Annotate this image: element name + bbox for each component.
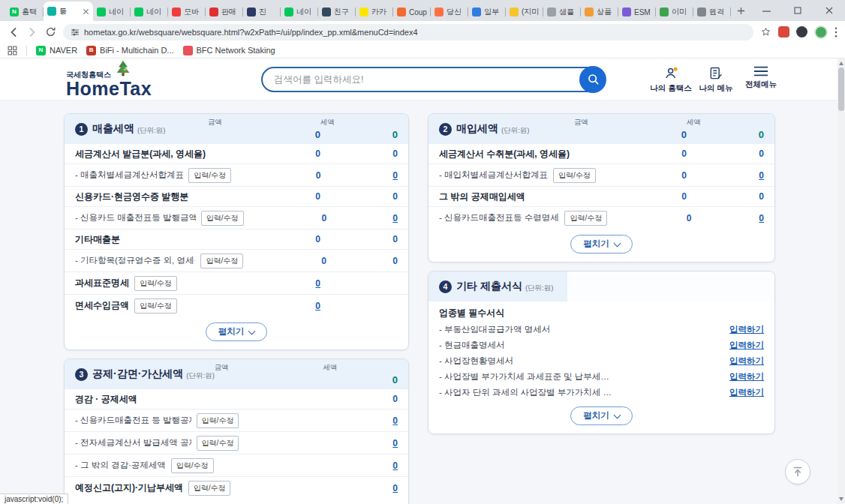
tax-value-link[interactable]: 0 — [324, 438, 398, 448]
enter-link[interactable]: 입력하기 — [729, 340, 764, 351]
expand-button[interactable]: 펼치기 — [206, 322, 268, 341]
enter-link[interactable]: 입력하기 — [729, 356, 764, 367]
extension-icon-1[interactable] — [778, 26, 789, 38]
browser-tab[interactable]: 네이 — [131, 3, 168, 21]
tax-value-link[interactable]: 0 — [320, 460, 398, 471]
tab-label: 등 — [59, 6, 78, 16]
browser-tab[interactable]: 이미 — [656, 3, 693, 21]
my-hometax-button[interactable]: 나의 홈택스 — [653, 65, 689, 94]
site-info-icon[interactable] — [71, 28, 80, 37]
table-row: 면세수입금액입력/수정0 — [65, 294, 408, 316]
bookmark-item[interactable]: BFC Network Staking — [183, 46, 275, 56]
edit-button[interactable]: 입력/수정 — [197, 413, 239, 428]
edit-button[interactable]: 입력/수정 — [564, 211, 607, 226]
search-input[interactable] — [274, 74, 572, 85]
row-label: 세금계산서 수취분(과세, 영세율) — [439, 148, 570, 160]
page-scrollbar[interactable] — [837, 58, 845, 504]
table-row: - 그 밖의 경감·공제세액입력/수정0 — [65, 454, 408, 476]
row-label: 신용카드·현금영수증 발행분 — [75, 190, 188, 203]
back-button[interactable] — [8, 26, 20, 38]
browser-tab[interactable]: 샘플 — [543, 3, 581, 21]
browser-tab[interactable]: 원격 — [693, 3, 731, 21]
edit-button[interactable]: 입력/수정 — [200, 254, 243, 268]
tab-favicon — [660, 8, 669, 16]
panel-header: 3 공제·감면·가산세액 (단위:원) 금액 세액0 — [65, 359, 408, 389]
tax-value-link[interactable]: 0 — [320, 483, 398, 494]
browser-tab[interactable]: (지미 — [506, 3, 543, 21]
url-bar[interactable]: hometax.go.kr/websquare/websquare.html?w… — [63, 24, 753, 40]
browser-tab[interactable]: 일부 — [468, 3, 506, 21]
browser-tab[interactable]: 네이 — [281, 3, 318, 21]
hamburger-icon — [753, 65, 768, 77]
edit-button[interactable]: 입력/수정 — [171, 458, 214, 473]
browser-tab-active[interactable]: 등 — [44, 2, 93, 21]
edit-button[interactable]: 입력/수정 — [197, 436, 239, 451]
my-menu-button[interactable]: 나의 메뉴 — [698, 65, 734, 94]
edit-button[interactable]: 입력/수정 — [188, 168, 231, 183]
tax-value-link[interactable]: 0 — [326, 213, 398, 224]
forward-button[interactable] — [26, 26, 38, 38]
scroll-to-top-button[interactable] — [785, 459, 810, 484]
scrollbar-up-arrow[interactable] — [839, 62, 843, 65]
panel-purchase-tax: 2 매입세액 (단위:원) 금액0 세액0 세금계산서 수취분(과세, 영세율)… — [428, 113, 775, 262]
close-button[interactable] — [813, 0, 845, 21]
tab-close-icon[interactable] — [83, 8, 89, 15]
edit-button[interactable]: 입력/수정 — [134, 298, 177, 314]
enter-link[interactable]: 입력하기 — [729, 387, 764, 398]
browser-tab[interactable]: 모바 — [168, 3, 206, 21]
browser-tab[interactable]: 네이 — [93, 3, 131, 21]
browser-tab[interactable]: 진 — [243, 3, 281, 21]
all-menu-button[interactable]: 전체메뉴 — [743, 65, 779, 94]
browser-tab[interactable]: 판매 — [206, 3, 243, 21]
amount-value-link[interactable]: 0 — [230, 301, 320, 311]
panel-sales-tax: 1 매출세액 (단위:원) 금액0 세액0 세금계산서 발급분(과세, 영세율)… — [64, 113, 409, 350]
browser-tab[interactable]: Coup — [393, 3, 431, 21]
edit-button[interactable]: 입력/수정 — [188, 481, 231, 496]
search-button[interactable] — [579, 66, 606, 93]
scrollbar-thumb[interactable] — [838, 68, 844, 111]
profile-avatar[interactable] — [814, 26, 828, 39]
scrollbar-down-arrow[interactable] — [839, 497, 843, 501]
tax-value-link[interactable]: 0 — [321, 170, 398, 181]
browser-tab[interactable]: ESM — [618, 3, 656, 21]
amount-value-link[interactable]: 0 — [230, 278, 320, 289]
browser-tab[interactable]: N홈택 — [6, 3, 44, 21]
enter-link[interactable]: 입력하기 — [729, 371, 764, 382]
tab-label: 이미 — [672, 7, 690, 17]
panel-unit: (단위:원) — [137, 126, 165, 136]
browser-tab[interactable]: 카카 — [356, 3, 393, 21]
reload-button[interactable] — [45, 26, 56, 38]
browser-menu-icon[interactable] — [834, 27, 837, 38]
table-row: - 매출처별세금계산서합계표입력/수정00 — [65, 164, 408, 186]
tab-strip: N홈택 등 네이 네이 모바 판매 진 네이 친구 카카 Coup 당신 일부 … — [0, 0, 845, 21]
bookmark-star-icon[interactable] — [760, 26, 771, 38]
tab-favicon — [209, 8, 218, 16]
expand-button[interactable]: 펼치기 — [570, 235, 633, 254]
tax-value-link[interactable]: 0 — [687, 170, 764, 181]
new-tab-button[interactable] — [731, 2, 750, 20]
expand-button[interactable]: 펼치기 — [570, 406, 633, 425]
column-label-tax: 세액 — [687, 118, 764, 128]
row-label: - 사업장현황명세서 — [439, 356, 513, 367]
extension-icon-2[interactable] — [796, 26, 807, 38]
maximize-button[interactable] — [782, 0, 813, 21]
bookmark-item[interactable]: BBiFi - Multichain D... — [86, 46, 173, 56]
hometax-logo[interactable]: 국세청홈택스 HomeTax — [66, 59, 251, 100]
tax-value: 0 — [320, 234, 398, 244]
bookmark-item[interactable]: NNAVER — [36, 46, 77, 56]
edit-button[interactable]: 입력/수정 — [201, 211, 244, 226]
minimize-button[interactable] — [750, 0, 782, 21]
browser-tab[interactable]: 상품 — [581, 3, 618, 21]
browser-window: N홈택 등 네이 네이 모바 판매 진 네이 친구 카카 Coup 당신 일부 … — [0, 0, 845, 504]
browser-tab[interactable]: 당신 — [431, 3, 468, 21]
tax-value-link[interactable]: 0 — [324, 416, 398, 426]
apps-grid-icon[interactable] — [8, 46, 17, 56]
tax-value-link[interactable]: 0 — [692, 213, 764, 224]
row-label: - 현금매출명세서 — [439, 340, 505, 351]
edit-button[interactable]: 입력/수정 — [553, 168, 596, 183]
browser-tab[interactable]: 친구 — [318, 3, 356, 21]
enter-link[interactable]: 입력하기 — [729, 324, 764, 335]
edit-button[interactable]: 입력/수정 — [134, 276, 177, 291]
total-tax: 0 — [687, 129, 764, 140]
tax-value: 0 — [320, 191, 398, 202]
